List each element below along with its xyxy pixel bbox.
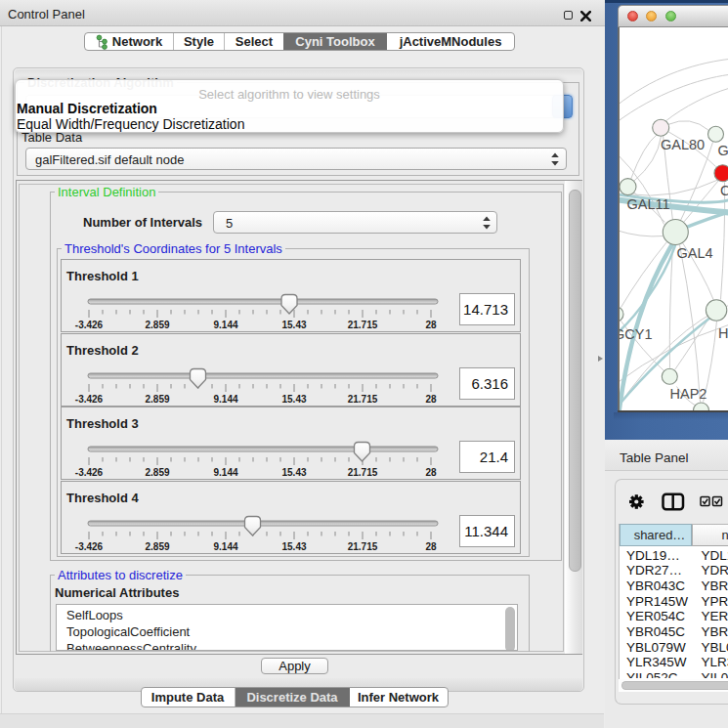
svg-text:9.144: 9.144 bbox=[213, 320, 237, 330]
svg-text:9.144: 9.144 bbox=[213, 467, 237, 478]
svg-text:2.859: 2.859 bbox=[145, 393, 169, 404]
svg-text:21.715: 21.715 bbox=[348, 540, 378, 551]
svg-text:2.859: 2.859 bbox=[145, 320, 169, 330]
svg-text:GAL4: GAL4 bbox=[676, 245, 712, 261]
svg-text:HIS4: HIS4 bbox=[718, 324, 728, 340]
svg-text:GAL7: GAL7 bbox=[717, 143, 728, 158]
svg-text:2.859: 2.859 bbox=[145, 540, 169, 551]
svg-text:-3.426: -3.426 bbox=[75, 540, 104, 551]
svg-text:GAL11: GAL11 bbox=[626, 196, 669, 212]
svg-text:-3.426: -3.426 bbox=[75, 320, 104, 330]
svg-text:15.43: 15.43 bbox=[281, 467, 306, 478]
svg-text:-3.426: -3.426 bbox=[75, 467, 104, 478]
svg-text:-3.426: -3.426 bbox=[75, 393, 104, 404]
svg-text:9.144: 9.144 bbox=[213, 540, 237, 551]
svg-text:21.715: 21.715 bbox=[348, 467, 378, 478]
svg-text:CDC2: CDC2 bbox=[720, 183, 728, 198]
svg-text:28: 28 bbox=[425, 467, 437, 478]
svg-text:28: 28 bbox=[425, 320, 437, 330]
svg-text:15.43: 15.43 bbox=[281, 320, 306, 330]
svg-text:GCY1: GCY1 bbox=[620, 325, 653, 341]
svg-text:15.43: 15.43 bbox=[281, 393, 306, 404]
svg-text:21.715: 21.715 bbox=[348, 320, 378, 330]
svg-text:28: 28 bbox=[425, 540, 437, 551]
svg-text:28: 28 bbox=[425, 393, 437, 404]
svg-text:HAP2: HAP2 bbox=[669, 386, 707, 402]
svg-text:15.43: 15.43 bbox=[281, 540, 306, 551]
svg-text:GAL80: GAL80 bbox=[661, 137, 705, 152]
svg-text:2.859: 2.859 bbox=[145, 467, 169, 478]
svg-text:9.144: 9.144 bbox=[213, 393, 237, 404]
svg-text:21.715: 21.715 bbox=[348, 393, 378, 404]
